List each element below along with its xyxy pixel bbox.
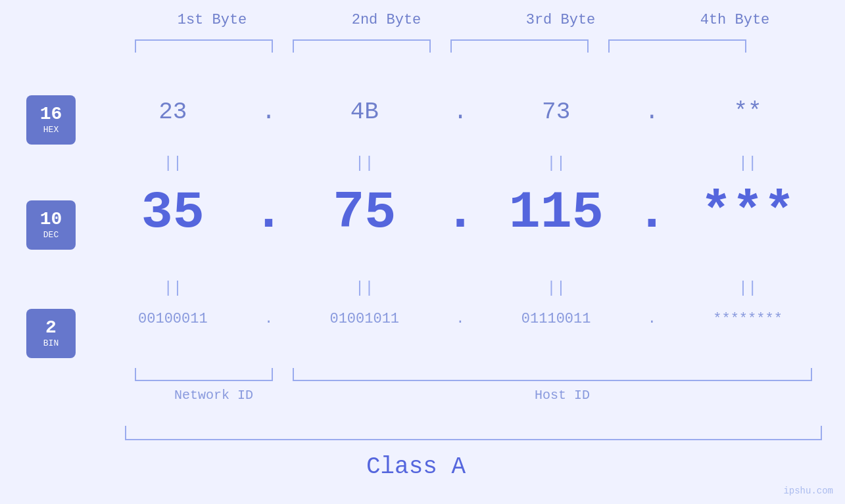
bin-b1-value: 00100011 (138, 311, 208, 327)
watermark: ipshu.com (783, 486, 833, 496)
eq-1-b3: || (546, 154, 566, 172)
eq-2-b4: || (738, 279, 758, 297)
equals-row-2: || || || || (92, 279, 829, 297)
class-label: Class A (366, 453, 466, 480)
byte-label-3: 3rd Byte (482, 12, 640, 28)
hex-b3-cell: 73 (477, 99, 635, 126)
byte-label-1: 1st Byte (133, 12, 291, 28)
bin-b3-value: 01110011 (521, 311, 591, 327)
hex-row: 23 . 4B . 73 . ** (92, 99, 829, 126)
hex-b4-cell: ** (669, 99, 827, 126)
hex-dot-3: . (639, 99, 665, 126)
bin-b4-cell: ******** (669, 311, 827, 327)
byte-labels-row: 1st Byte 2nd Byte 3rd Byte 4th Byte (125, 12, 822, 28)
bin-b2-cell: 01001011 (285, 311, 443, 327)
eq-2-b2: || (355, 279, 374, 297)
hex-b3-value: 73 (542, 99, 570, 126)
dec-dot-2: . (447, 183, 473, 242)
main-layout: 1st Byte 2nd Byte 3rd Byte 4th Byte 16 H… (0, 0, 845, 504)
dec-b2-cell: 75 (285, 183, 443, 242)
top-bracket-3 (450, 39, 589, 53)
dec-row: 35 . 75 . 115 . *** (92, 183, 829, 242)
badge-bin: 2 BIN (26, 309, 76, 358)
hex-b1-value: 23 (158, 99, 187, 126)
badge-hex-number: 16 (40, 105, 62, 124)
eq-1-b4: || (738, 154, 758, 172)
badge-bin-number: 2 (45, 319, 57, 337)
net-id-bracket (135, 368, 273, 381)
bin-dot-2: . (447, 311, 473, 327)
top-bracket-2 (293, 39, 431, 53)
top-brackets-row (125, 39, 822, 53)
hex-b1-cell: 23 (94, 99, 252, 126)
host-id-bracket (293, 368, 812, 381)
badge-dec-number: 10 (40, 210, 62, 229)
eq-1-b1: || (163, 154, 182, 172)
bin-b2-value: 01001011 (329, 311, 399, 327)
bin-row: 00100011 . 01001011 . 01110011 . *******… (92, 311, 829, 327)
bin-b4-value: ******** (713, 311, 783, 327)
dec-b3-cell: 115 (477, 183, 635, 242)
network-id-label: Network ID (135, 388, 293, 403)
bin-b1-cell: 00100011 (94, 311, 252, 327)
byte-label-2: 2nd Byte (308, 12, 466, 28)
outer-bracket (125, 426, 822, 440)
dec-dot-3: . (639, 183, 665, 242)
badge-hex: 16 HEX (26, 95, 76, 145)
class-label-row: Class A (0, 453, 832, 480)
badge-hex-label: HEX (43, 125, 59, 135)
top-bracket-1 (135, 39, 273, 53)
id-labels-row: Network ID Host ID (125, 388, 822, 403)
host-id-label: Host ID (302, 388, 822, 403)
badge-dec-label: DEC (43, 230, 59, 240)
dec-b2-value: 75 (333, 183, 396, 242)
dec-b4-cell: *** (669, 183, 827, 242)
bin-b3-cell: 01110011 (477, 311, 635, 327)
top-bracket-4 (608, 39, 746, 53)
dec-b1-cell: 35 (94, 183, 252, 242)
dec-b1-value: 35 (141, 183, 205, 242)
badge-dec: 10 DEC (26, 200, 76, 250)
dec-b4-value: *** (700, 183, 795, 242)
hex-dot-1: . (256, 99, 282, 126)
eq-1-b2: || (355, 154, 374, 172)
byte-label-4: 4th Byte (656, 12, 814, 28)
hex-dot-2: . (447, 99, 473, 126)
dec-dot-1: . (256, 183, 282, 242)
hex-b2-value: 4B (350, 99, 379, 126)
bin-dot-3: . (639, 311, 665, 327)
equals-row-1: || || || || (92, 154, 829, 172)
dec-b3-value: 115 (509, 183, 604, 242)
eq-2-b1: || (163, 279, 182, 297)
bin-dot-1: . (256, 311, 282, 327)
badge-bin-label: BIN (43, 338, 59, 348)
eq-2-b3: || (546, 279, 566, 297)
hex-b4-value: ** (733, 99, 761, 126)
hex-b2-cell: 4B (285, 99, 443, 126)
bottom-brackets-row (125, 368, 822, 381)
